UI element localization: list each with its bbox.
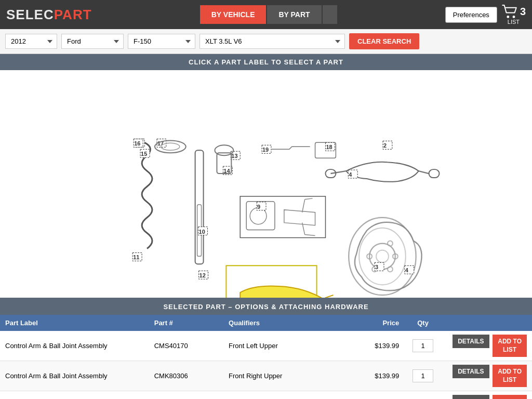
svg-text:16: 16 (134, 140, 140, 147)
nav-extra-button[interactable] (323, 5, 337, 24)
svg-text:9: 9 (257, 204, 260, 210)
col-header-part: Part # (149, 315, 223, 331)
details-button[interactable]: DETAILS (453, 395, 489, 399)
part-label-cell: Control Arm & Ball Joint Assembly (0, 331, 149, 361)
svg-text:18: 18 (326, 144, 332, 150)
part-label-cell: Control Arm & Ball Joint Assembly (0, 361, 149, 391)
engine-dropdown[interactable]: XLT 3.5L V6 XLT 5.0L V8 (200, 34, 345, 49)
svg-text:15: 15 (141, 151, 147, 157)
by-part-button[interactable]: BY PART (267, 5, 321, 24)
svg-text:3: 3 (375, 264, 378, 270)
qualifiers-cell: Front Left Lower (223, 391, 351, 399)
make-dropdown[interactable]: Ford Chevy Toyota (61, 34, 124, 49)
parts-table: Part Label Part # Qualifiers Price Qty C… (0, 315, 532, 399)
col-header-qualifiers: Qualifiers (223, 315, 351, 331)
price-cell: $139.99 (351, 331, 404, 361)
qualifiers-cell: Front Left Upper (223, 331, 351, 361)
details-button[interactable]: DETAILS (453, 335, 489, 348)
svg-text:4: 4 (349, 171, 352, 178)
parts-table-container: Part Label Part # Qualifiers Price Qty C… (0, 315, 532, 399)
table-row: Control Arm & Ball Joint Assembly CMS401… (0, 331, 532, 361)
svg-text:11: 11 (133, 254, 139, 260)
col-header-price: Price (351, 315, 404, 331)
details-button[interactable]: DETAILS (453, 365, 489, 378)
cart-icon (501, 4, 518, 19)
qty-input[interactable] (413, 369, 433, 382)
model-dropdown[interactable]: F-150 Mustang Explorer (128, 34, 195, 49)
price-cell: $139.99 (351, 361, 404, 391)
table-header-row: Part Label Part # Qualifiers Price Qty (0, 315, 532, 331)
diagram-area[interactable]: 1 2 4 4 3 15 (0, 70, 532, 299)
parts-section-header: SELECTED PART – OPTIONS & ATTACHING HARD… (0, 299, 532, 315)
col-header-label: Part Label (0, 315, 149, 331)
svg-point-1 (512, 16, 515, 18)
table-row: Control Arm & Ball Joint Assembly CMS401… (0, 391, 532, 399)
diagram-header: CLICK A PART LABEL TO SELECT A PART (0, 54, 532, 70)
qualifiers-cell: Front Right Upper (223, 361, 351, 391)
preferences-button[interactable]: Preferences (445, 7, 497, 23)
svg-text:13: 13 (231, 153, 237, 159)
svg-text:2: 2 (383, 142, 387, 149)
logo: SELECPART (6, 7, 92, 23)
parts-table-body: Control Arm & Ball Joint Assembly CMS401… (0, 331, 532, 399)
cart-icon-area[interactable]: 3 LIST (501, 4, 526, 25)
nav-buttons: BY VEHICLE BY PART (200, 5, 337, 24)
part-number-cell: CMS40171 (149, 391, 223, 399)
add-to-list-button[interactable]: ADD TOLIST (493, 335, 527, 357)
qty-input[interactable] (413, 339, 433, 352)
actions-cell: DETAILS ADD TOLIST (442, 361, 532, 391)
actions-cell: DETAILS ADD TOLIST (442, 331, 532, 361)
col-header-qty: Qty (404, 315, 442, 331)
cart-label: LIST (508, 19, 520, 25)
col-header-actions (442, 315, 532, 331)
svg-text:12: 12 (200, 272, 206, 278)
part-number-cell: CMS40170 (149, 331, 223, 361)
qty-cell[interactable] (404, 331, 442, 361)
part-number-cell: CMK80306 (149, 361, 223, 391)
parts-diagram: 1 2 4 4 3 15 (0, 70, 532, 298)
svg-text:19: 19 (262, 147, 269, 153)
svg-point-0 (507, 16, 509, 18)
table-row: Control Arm & Ball Joint Assembly CMK803… (0, 361, 532, 391)
add-to-list-button[interactable]: ADD TOLIST (493, 395, 527, 399)
qty-cell[interactable] (404, 361, 442, 391)
cart-count: 3 (520, 6, 526, 18)
header: SELECPART BY VEHICLE BY PART Preferences… (0, 0, 532, 29)
part-label-cell: Control Arm & Ball Joint Assembly (0, 391, 149, 399)
logo-selec: SELEC (6, 7, 54, 22)
clear-search-button[interactable]: CLEAR SEARCH (349, 33, 419, 49)
by-vehicle-button[interactable]: BY VEHICLE (200, 5, 267, 24)
svg-text:4: 4 (405, 267, 409, 273)
cart-area: Preferences 3 LIST (445, 4, 526, 25)
year-dropdown[interactable]: 2012 2011 2013 (5, 34, 57, 49)
actions-cell: DETAILS ADD TOLIST (442, 391, 532, 399)
svg-rect-2 (5, 70, 527, 298)
logo-part: PART (54, 7, 92, 22)
qty-cell[interactable] (404, 391, 442, 399)
search-bar: 2012 2011 2013 Ford Chevy Toyota F-150 M… (0, 29, 532, 54)
add-to-list-button[interactable]: ADD TOLIST (493, 365, 527, 387)
svg-text:10: 10 (199, 229, 205, 235)
price-cell: $159.95 (351, 391, 404, 399)
